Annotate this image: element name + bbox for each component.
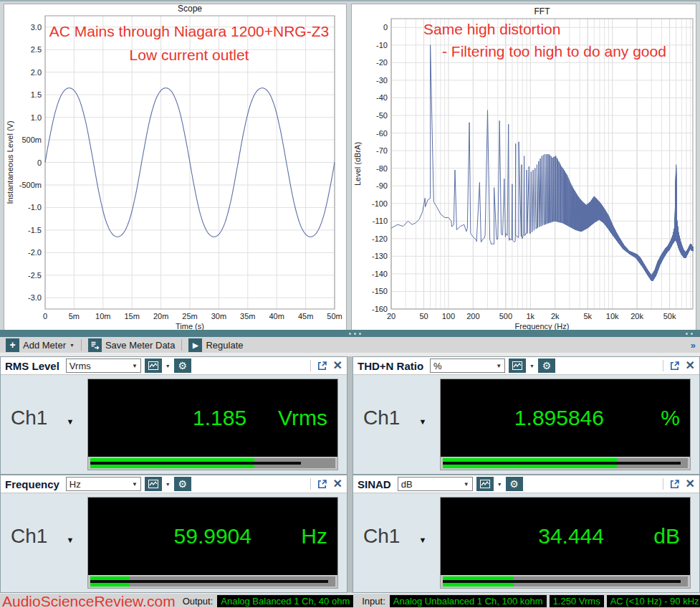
horizontal-splitter[interactable] <box>0 330 700 337</box>
level-bar <box>441 575 690 588</box>
chart-view-button[interactable] <box>476 477 494 491</box>
splitter-grip-right-icon <box>686 333 693 335</box>
svg-text:0: 0 <box>37 158 42 167</box>
popout-icon[interactable] <box>317 361 327 371</box>
channel-label: Ch1 <box>11 525 47 548</box>
chevron-down-icon: ▼ <box>464 481 469 488</box>
unit-dropdown[interactable]: Vrms ▼ <box>66 358 141 373</box>
chevron-down-icon: ▼ <box>418 536 426 544</box>
svg-text:-1.5: -1.5 <box>28 226 42 234</box>
chevron-down-icon: ▼ <box>496 363 502 369</box>
input-bandwidth-badge[interactable]: AC (<10 Hz) - 90 kHz <box>607 595 700 607</box>
panel-title: THD+N Ratio <box>358 360 423 372</box>
svg-text:-130: -130 <box>372 252 388 260</box>
input-label: Input: <box>362 596 385 607</box>
unit-dropdown[interactable]: % ▼ <box>430 358 505 373</box>
chevron-down-icon[interactable]: ▼ <box>166 364 171 369</box>
svg-text:FFT: FFT <box>534 6 551 16</box>
unit-dropdown-value: dB <box>401 479 413 490</box>
chevron-down-icon: ▼ <box>418 417 426 426</box>
meter-grid: RMS Level Vrms ▼ ▼ ⚙ ✕ Ch1 ▼ <box>0 356 700 593</box>
close-icon[interactable]: ✕ <box>333 360 342 371</box>
meter-display: 34.444 dB <box>440 497 691 589</box>
svg-text:-50: -50 <box>376 111 388 120</box>
chart-view-button[interactable] <box>145 477 162 491</box>
status-bar: AudioScienceReview.com Output: Analog Ba… <box>0 593 700 608</box>
close-icon[interactable]: ✕ <box>333 478 342 490</box>
meter-value: 59.9904 <box>174 524 251 548</box>
panel-title: SINAD <box>358 478 391 490</box>
settings-gear-button[interactable]: ⚙ <box>174 477 191 491</box>
sinad-body: Ch1 ▼ 34.444 dB <box>353 493 699 592</box>
channel-label: Ch1 <box>11 407 47 429</box>
output-badge[interactable]: Analog Balanced 1 Ch, 40 ohm <box>217 595 353 607</box>
svg-text:50k: 50k <box>663 312 676 320</box>
svg-text:45m: 45m <box>298 312 313 320</box>
close-icon[interactable]: ✕ <box>686 360 695 371</box>
meter-unit: % <box>636 406 680 430</box>
auto-hide-icon[interactable]: » <box>691 340 697 351</box>
svg-text:50: 50 <box>419 312 428 320</box>
thdn-ratio-body: Ch1 ▼ 1.895846 % <box>353 375 699 474</box>
chevron-down-icon[interactable]: ▼ <box>529 364 534 369</box>
svg-text:-70: -70 <box>376 146 388 155</box>
unit-dropdown[interactable]: dB ▼ <box>398 477 473 491</box>
meter-value: 34.444 <box>538 524 604 548</box>
channel-dropdown[interactable]: Ch1 ▼ <box>11 407 74 429</box>
save-meter-data-button[interactable]: Save Meter Data <box>85 338 178 353</box>
svg-text:30m: 30m <box>211 312 226 320</box>
svg-text:Frequency (Hz): Frequency (Hz) <box>515 322 570 330</box>
svg-text:-60: -60 <box>376 129 388 138</box>
regulate-button[interactable]: ▶ Regulate <box>186 338 246 353</box>
toolbar-separator <box>181 339 182 351</box>
scope-panel: 3.02.52.01.51.0500m0-500m-1.0-1.5-2.0-2.… <box>4 4 347 331</box>
popout-icon[interactable] <box>669 479 680 490</box>
svg-text:-500m: -500m <box>19 181 42 189</box>
svg-text:-90: -90 <box>376 181 388 190</box>
popout-icon[interactable] <box>669 361 680 371</box>
meter-unit: Hz <box>283 524 327 548</box>
svg-text:Low current outlet: Low current outlet <box>130 47 249 63</box>
header-separator <box>310 360 311 371</box>
chevron-down-icon[interactable]: ▼ <box>497 482 502 487</box>
chart-view-button[interactable] <box>509 358 526 373</box>
channel-dropdown[interactable]: Ch1 ▼ <box>363 407 426 429</box>
settings-gear-button[interactable]: ⚙ <box>506 477 523 491</box>
svg-text:Time (s): Time (s) <box>176 322 204 330</box>
input-badge[interactable]: Analog Unbalanced 1 Ch, 100 kohm <box>390 595 547 607</box>
svg-text:2.5: 2.5 <box>31 45 42 54</box>
rms-level-header: RMS Level Vrms ▼ ▼ ⚙ ✕ <box>1 357 347 375</box>
channel-dropdown[interactable]: Ch1 ▼ <box>11 525 74 548</box>
svg-text:Same high distortion: Same high distortion <box>423 21 560 37</box>
svg-text:-150: -150 <box>372 287 388 295</box>
channel-label: Ch1 <box>363 525 400 548</box>
popout-icon[interactable] <box>317 479 327 490</box>
svg-text:20m: 20m <box>153 312 168 320</box>
rms-level-panel: RMS Level Vrms ▼ ▼ ⚙ ✕ Ch1 ▼ <box>0 356 347 475</box>
meter-display: 59.9904 Hz <box>87 497 338 589</box>
level-bar <box>441 457 690 470</box>
chevron-down-icon[interactable]: ▼ <box>166 482 171 487</box>
close-icon[interactable]: ✕ <box>686 478 695 490</box>
input-level-badge[interactable]: 1.250 Vrms <box>550 595 604 607</box>
chart-view-button[interactable] <box>145 358 162 373</box>
svg-text:5m: 5m <box>69 312 80 320</box>
header-separator <box>663 360 663 371</box>
svg-text:-110: -110 <box>373 217 388 225</box>
unit-dropdown[interactable]: Hz ▼ <box>66 477 141 491</box>
channel-label: Ch1 <box>363 407 400 429</box>
settings-gear-button[interactable]: ⚙ <box>538 358 555 373</box>
svg-text:15m: 15m <box>124 312 139 320</box>
svg-text:200: 200 <box>466 312 479 320</box>
meter-unit: dB <box>636 524 680 548</box>
channel-dropdown[interactable]: Ch1 ▼ <box>363 525 426 548</box>
svg-text:0: 0 <box>383 23 388 32</box>
chevron-down-icon: ▼ <box>66 417 74 426</box>
settings-gear-button[interactable]: ⚙ <box>174 358 191 373</box>
svg-text:0: 0 <box>43 312 47 320</box>
regulate-label: Regulate <box>206 340 243 351</box>
add-meter-button[interactable]: + Add Meter ▼ <box>3 338 77 353</box>
rms-level-body: Ch1 ▼ 1.185 Vrms <box>1 375 347 474</box>
add-meter-label: Add Meter <box>23 340 66 351</box>
splitter-grip-icon <box>349 333 361 335</box>
